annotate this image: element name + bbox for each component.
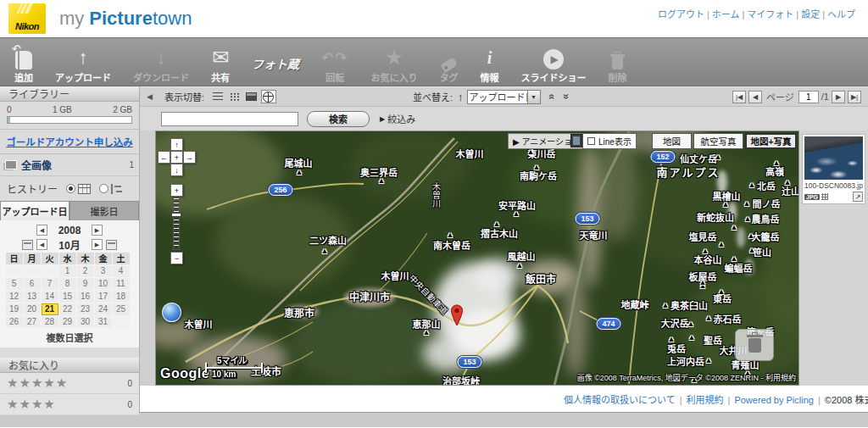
next-month-button[interactable]: ▶ xyxy=(92,239,103,250)
multi-day-select[interactable]: 複数日選択 xyxy=(5,328,134,346)
line-display-toggle[interactable]: Line表示 xyxy=(582,133,637,149)
photo-image[interactable] xyxy=(804,136,863,180)
calendar-day[interactable]: 12 xyxy=(6,291,23,303)
calendar-day[interactable]: 24 xyxy=(95,303,112,315)
sidebar-collapse-button[interactable]: ◀ xyxy=(147,92,153,101)
calendar-day[interactable]: 15 xyxy=(59,291,76,303)
zoom-slider-handle[interactable] xyxy=(171,213,181,217)
photo-thumbnail[interactable]: 100-DSCN0083.jpg JPG ↗ xyxy=(802,134,865,204)
zoom-in-button[interactable]: + xyxy=(170,184,183,197)
calendar-day[interactable]: 9 xyxy=(77,278,94,290)
calendar-day[interactable]: 29 xyxy=(59,316,76,328)
calendar-day[interactable]: 3 xyxy=(95,265,112,277)
prev-year-button[interactable]: ◀ xyxy=(36,225,47,236)
collapse-all-button[interactable]: « xyxy=(546,94,558,100)
toolbar-info[interactable]: i情報 xyxy=(470,40,510,84)
page-input[interactable] xyxy=(798,91,819,103)
calendar-day[interactable]: 20 xyxy=(24,303,41,315)
nav-logout[interactable]: ログアウト xyxy=(658,9,704,19)
google-logo[interactable]: Google xyxy=(160,366,209,381)
map-type-hybrid-button[interactable]: 地図+写真 xyxy=(745,133,797,149)
history-tree-radio[interactable] xyxy=(99,184,108,193)
history-calendar-radio[interactable] xyxy=(66,184,75,193)
tab-upload-date[interactable]: アップロード日 xyxy=(0,201,70,220)
calendar-day[interactable]: 6 xyxy=(24,278,41,290)
tab-shoot-date[interactable]: 撮影日 xyxy=(70,201,139,220)
calendar-day[interactable]: 22 xyxy=(59,303,76,315)
sort-direction-button[interactable]: ↑ xyxy=(458,91,464,103)
photo-location-marker[interactable] xyxy=(162,303,181,322)
single-view-button[interactable] xyxy=(244,90,259,103)
photo-thumbnail-marker[interactable] xyxy=(570,134,582,147)
calendar-day[interactable]: 28 xyxy=(42,316,58,328)
map-type-satellite-button[interactable]: 航空写真 xyxy=(693,133,743,149)
toolbar-share[interactable]: ✉共有 xyxy=(200,40,241,84)
list-view-button[interactable] xyxy=(210,90,225,103)
toolbar-slideshow[interactable]: ▶スライドショー xyxy=(510,40,598,84)
calendar-day[interactable]: 13 xyxy=(24,291,41,303)
calendar-day[interactable]: 23 xyxy=(77,303,94,315)
calendar-day[interactable]: 26 xyxy=(6,316,23,328)
expand-all-button[interactable]: « xyxy=(560,94,572,100)
first-page-button[interactable]: |◀ xyxy=(732,91,746,103)
grid-view-button[interactable] xyxy=(227,90,242,103)
terms-link[interactable]: 利用規約 xyxy=(687,395,724,405)
calendar-day[interactable]: 11 xyxy=(113,278,130,290)
calendar-day[interactable]: 21 xyxy=(42,303,58,315)
map-type-map-button[interactable]: 地図 xyxy=(652,133,692,149)
map-trash-dropzone[interactable] xyxy=(735,329,774,361)
map-pin-icon[interactable] xyxy=(450,304,464,327)
calendar-day[interactable]: 7 xyxy=(42,278,58,290)
calendar-day[interactable]: 31 xyxy=(95,316,112,328)
calendar-day[interactable]: 18 xyxy=(113,291,130,303)
pan-left-button[interactable]: ← xyxy=(158,151,170,164)
sort-select[interactable]: アップロード日 ▼ xyxy=(467,90,541,104)
pan-down-button[interactable]: ↓ xyxy=(170,164,183,176)
zoom-out-button[interactable]: − xyxy=(170,252,183,264)
map-link-icon[interactable]: ↗ xyxy=(853,192,863,202)
nav-myphoto[interactable]: マイフォト xyxy=(747,9,793,19)
toolbar-upload[interactable]: ↑アップロード xyxy=(44,40,122,84)
search-input[interactable] xyxy=(161,112,298,126)
next-year-button[interactable]: ▶ xyxy=(92,225,103,236)
next-month-sheet-icon[interactable] xyxy=(106,240,117,250)
privacy-link[interactable]: 個人情報の取扱いについて xyxy=(564,395,676,405)
calendar-view-icon[interactable] xyxy=(78,184,91,194)
calendar-day[interactable]: 30 xyxy=(77,316,94,328)
nav-settings[interactable]: 設定 xyxy=(801,9,820,19)
prev-month-button[interactable]: ◀ xyxy=(36,239,47,250)
map[interactable]: 尾城山奥三界岳二ツ森山東川岳南駒ケ岳安平路山摺古木山南木曽岳風越山恵那山仙丈ケ岳… xyxy=(155,131,799,386)
calendar-day[interactable]: 17 xyxy=(95,291,112,303)
calendar-day[interactable]: 5 xyxy=(6,278,23,290)
calendar-day[interactable]: 4 xyxy=(113,265,130,277)
calendar-day[interactable]: 2 xyxy=(77,265,94,277)
tree-view-icon[interactable] xyxy=(111,184,122,194)
pan-center-button[interactable]: + xyxy=(170,151,183,164)
gold-account-link[interactable]: ゴールドアカウント申し込み xyxy=(6,137,133,147)
pan-right-button[interactable]: → xyxy=(183,151,196,164)
next-page-button[interactable]: ▶ xyxy=(832,91,845,103)
map-view-button[interactable] xyxy=(261,90,276,103)
calendar-day[interactable]: 19 xyxy=(6,303,23,315)
powered-by-link[interactable]: Powered by Picling xyxy=(734,395,814,405)
calendar-day[interactable]: 14 xyxy=(42,291,58,303)
all-images-item[interactable]: 全画像 1 xyxy=(0,154,139,176)
prev-month-sheet-icon[interactable] xyxy=(22,240,33,250)
calendar-day[interactable]: 10 xyxy=(95,278,112,290)
search-button[interactable]: 検索 xyxy=(307,111,370,127)
calendar-day[interactable]: 8 xyxy=(59,278,76,290)
calendar-day[interactable]: 27 xyxy=(24,316,41,328)
nav-home[interactable]: ホーム xyxy=(712,9,740,19)
calendar-day[interactable]: 1 xyxy=(59,265,76,277)
calendar-day[interactable]: 16 xyxy=(77,291,94,303)
calendar-day[interactable]: 25 xyxy=(113,303,130,315)
toolbar-photozou[interactable]: フォト蔵 xyxy=(241,40,310,84)
refine-toggle[interactable]: ▶ 絞込み xyxy=(380,112,415,125)
prev-page-button[interactable]: ◀ xyxy=(748,91,762,103)
favorite-filter-row[interactable]: ★★★★0 xyxy=(0,394,139,415)
nav-help[interactable]: ヘルプ xyxy=(827,9,855,19)
toolbar-add[interactable]: 追加 xyxy=(3,40,44,84)
favorite-filter-row[interactable]: ★★★★★0 xyxy=(0,373,139,394)
zoom-slider[interactable] xyxy=(173,197,180,250)
pan-up-button[interactable]: ↑ xyxy=(170,138,183,151)
